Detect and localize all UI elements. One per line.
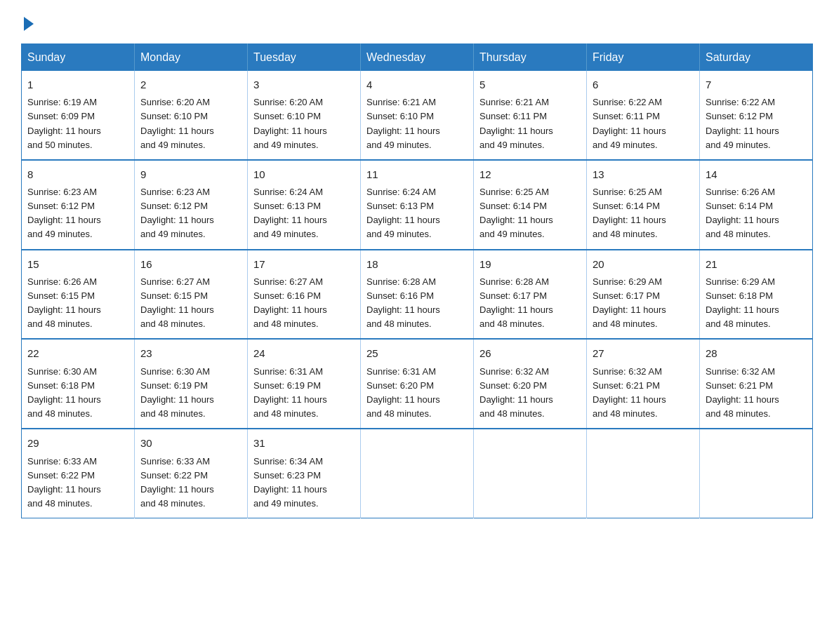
calendar-cell: 30Sunrise: 6:33 AMSunset: 6:22 PMDayligh… [135, 429, 248, 518]
day-info: Sunrise: 6:30 AMSunset: 6:19 PMDaylight:… [140, 365, 241, 422]
calendar-cell: 19Sunrise: 6:28 AMSunset: 6:17 PMDayligh… [474, 250, 587, 340]
calendar-body: 1Sunrise: 6:19 AMSunset: 6:09 PMDaylight… [22, 71, 813, 518]
calendar-cell: 11Sunrise: 6:24 AMSunset: 6:13 PMDayligh… [361, 160, 474, 250]
day-number: 6 [593, 76, 694, 93]
day-number: 10 [253, 166, 355, 182]
week-row-5: 29Sunrise: 6:33 AMSunset: 6:22 PMDayligh… [22, 429, 813, 518]
day-number: 13 [593, 166, 694, 182]
day-info: Sunrise: 6:21 AMSunset: 6:11 PMDaylight:… [479, 95, 581, 152]
calendar-cell: 2Sunrise: 6:20 AMSunset: 6:10 PMDaylight… [135, 71, 248, 160]
day-info: Sunrise: 6:25 AMSunset: 6:14 PMDaylight:… [479, 185, 581, 242]
day-info: Sunrise: 6:28 AMSunset: 6:17 PMDaylight:… [479, 275, 581, 332]
day-number: 26 [479, 345, 581, 361]
calendar-cell: 3Sunrise: 6:20 AMSunset: 6:10 PMDaylight… [248, 71, 361, 160]
day-info: Sunrise: 6:28 AMSunset: 6:16 PMDaylight:… [366, 275, 468, 332]
day-number: 7 [706, 76, 807, 93]
day-info: Sunrise: 6:21 AMSunset: 6:10 PMDaylight:… [366, 95, 468, 152]
calendar-cell: 8Sunrise: 6:23 AMSunset: 6:12 PMDaylight… [22, 160, 135, 250]
day-number: 8 [27, 166, 128, 182]
day-number: 31 [253, 435, 355, 451]
day-header-sunday: Sunday [22, 44, 135, 72]
day-number: 4 [366, 76, 468, 93]
day-info: Sunrise: 6:34 AMSunset: 6:23 PMDaylight:… [253, 455, 355, 511]
calendar-cell: 17Sunrise: 6:27 AMSunset: 6:16 PMDayligh… [248, 250, 361, 340]
logo [21, 14, 34, 31]
day-number: 21 [706, 256, 807, 272]
calendar-cell: 9Sunrise: 6:23 AMSunset: 6:12 PMDaylight… [135, 160, 248, 250]
week-row-4: 22Sunrise: 6:30 AMSunset: 6:18 PMDayligh… [22, 339, 813, 429]
day-info: Sunrise: 6:26 AMSunset: 6:15 PMDaylight:… [27, 275, 128, 332]
day-number: 2 [140, 76, 241, 93]
day-info: Sunrise: 6:24 AMSunset: 6:13 PMDaylight:… [253, 185, 355, 242]
calendar-cell: 18Sunrise: 6:28 AMSunset: 6:16 PMDayligh… [361, 250, 474, 340]
day-info: Sunrise: 6:29 AMSunset: 6:18 PMDaylight:… [706, 275, 807, 332]
day-info: Sunrise: 6:27 AMSunset: 6:15 PMDaylight:… [140, 275, 241, 332]
day-number: 25 [366, 345, 468, 361]
day-info: Sunrise: 6:30 AMSunset: 6:18 PMDaylight:… [27, 365, 128, 422]
calendar-cell: 31Sunrise: 6:34 AMSunset: 6:23 PMDayligh… [248, 429, 361, 518]
calendar-header: SundayMondayTuesdayWednesdayThursdayFrid… [22, 44, 813, 72]
calendar-cell: 29Sunrise: 6:33 AMSunset: 6:22 PMDayligh… [22, 429, 135, 518]
day-header-wednesday: Wednesday [361, 44, 474, 72]
calendar-cell: 23Sunrise: 6:30 AMSunset: 6:19 PMDayligh… [135, 339, 248, 429]
page-header [21, 14, 813, 31]
day-info: Sunrise: 6:31 AMSunset: 6:19 PMDaylight:… [253, 365, 355, 422]
calendar-cell: 22Sunrise: 6:30 AMSunset: 6:18 PMDayligh… [22, 339, 135, 429]
day-info: Sunrise: 6:33 AMSunset: 6:22 PMDaylight:… [140, 455, 241, 511]
day-info: Sunrise: 6:25 AMSunset: 6:14 PMDaylight:… [593, 185, 694, 242]
day-info: Sunrise: 6:19 AMSunset: 6:09 PMDaylight:… [27, 95, 128, 152]
day-info: Sunrise: 6:23 AMSunset: 6:12 PMDaylight:… [27, 185, 128, 242]
day-info: Sunrise: 6:26 AMSunset: 6:14 PMDaylight:… [706, 185, 807, 242]
calendar-table: SundayMondayTuesdayWednesdayThursdayFrid… [21, 43, 813, 518]
calendar-cell: 13Sunrise: 6:25 AMSunset: 6:14 PMDayligh… [587, 160, 700, 250]
calendar-cell: 26Sunrise: 6:32 AMSunset: 6:20 PMDayligh… [474, 339, 587, 429]
day-number: 19 [479, 256, 581, 272]
calendar-cell [474, 429, 587, 518]
day-header-monday: Monday [135, 44, 248, 72]
day-number: 3 [253, 76, 355, 93]
day-info: Sunrise: 6:27 AMSunset: 6:16 PMDaylight:… [253, 275, 355, 332]
day-number: 30 [140, 435, 241, 451]
day-header-tuesday: Tuesday [248, 44, 361, 72]
day-info: Sunrise: 6:20 AMSunset: 6:10 PMDaylight:… [253, 95, 355, 152]
calendar-cell [361, 429, 474, 518]
week-row-3: 15Sunrise: 6:26 AMSunset: 6:15 PMDayligh… [22, 250, 813, 340]
calendar-cell: 24Sunrise: 6:31 AMSunset: 6:19 PMDayligh… [248, 339, 361, 429]
day-header-saturday: Saturday [700, 44, 813, 72]
calendar-cell: 12Sunrise: 6:25 AMSunset: 6:14 PMDayligh… [474, 160, 587, 250]
calendar-cell [700, 429, 813, 518]
day-info: Sunrise: 6:29 AMSunset: 6:17 PMDaylight:… [593, 275, 694, 332]
logo-arrow-icon [24, 17, 34, 31]
day-number: 23 [140, 345, 241, 361]
day-header-friday: Friday [587, 44, 700, 72]
calendar-cell: 21Sunrise: 6:29 AMSunset: 6:18 PMDayligh… [700, 250, 813, 340]
calendar-cell: 14Sunrise: 6:26 AMSunset: 6:14 PMDayligh… [700, 160, 813, 250]
day-number: 29 [27, 435, 128, 451]
day-info: Sunrise: 6:32 AMSunset: 6:20 PMDaylight:… [479, 365, 581, 422]
calendar-cell: 20Sunrise: 6:29 AMSunset: 6:17 PMDayligh… [587, 250, 700, 340]
day-info: Sunrise: 6:31 AMSunset: 6:20 PMDaylight:… [366, 365, 468, 422]
day-number: 24 [253, 345, 355, 361]
day-number: 1 [27, 76, 128, 93]
day-info: Sunrise: 6:24 AMSunset: 6:13 PMDaylight:… [366, 185, 468, 242]
days-of-week-row: SundayMondayTuesdayWednesdayThursdayFrid… [22, 44, 813, 72]
calendar-cell [587, 429, 700, 518]
day-info: Sunrise: 6:23 AMSunset: 6:12 PMDaylight:… [140, 185, 241, 242]
calendar-cell: 4Sunrise: 6:21 AMSunset: 6:10 PMDaylight… [361, 71, 474, 160]
calendar-cell: 1Sunrise: 6:19 AMSunset: 6:09 PMDaylight… [22, 71, 135, 160]
day-number: 9 [140, 166, 241, 182]
day-number: 11 [366, 166, 468, 182]
day-number: 15 [27, 256, 128, 272]
day-info: Sunrise: 6:22 AMSunset: 6:11 PMDaylight:… [593, 95, 694, 152]
calendar-cell: 16Sunrise: 6:27 AMSunset: 6:15 PMDayligh… [135, 250, 248, 340]
day-number: 22 [27, 345, 128, 361]
calendar-cell: 6Sunrise: 6:22 AMSunset: 6:11 PMDaylight… [587, 71, 700, 160]
day-info: Sunrise: 6:20 AMSunset: 6:10 PMDaylight:… [140, 95, 241, 152]
day-number: 27 [593, 345, 694, 361]
day-info: Sunrise: 6:22 AMSunset: 6:12 PMDaylight:… [706, 95, 807, 152]
day-number: 12 [479, 166, 581, 182]
week-row-2: 8Sunrise: 6:23 AMSunset: 6:12 PMDaylight… [22, 160, 813, 250]
day-info: Sunrise: 6:33 AMSunset: 6:22 PMDaylight:… [27, 455, 128, 511]
day-header-thursday: Thursday [474, 44, 587, 72]
calendar-cell: 25Sunrise: 6:31 AMSunset: 6:20 PMDayligh… [361, 339, 474, 429]
